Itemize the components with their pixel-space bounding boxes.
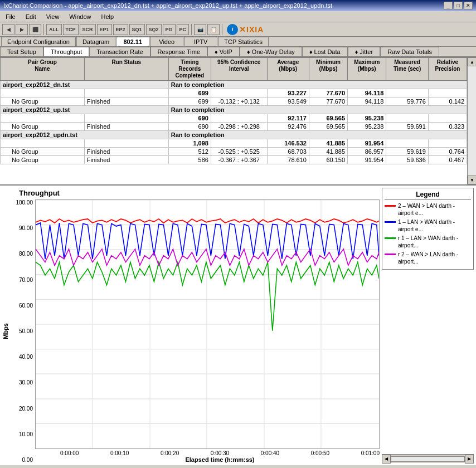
- table-row: No Group Finished 586 -0.367 : +0.367 78…: [1, 156, 467, 164]
- group-1-d-max: 94.118: [348, 98, 386, 106]
- tab-datagram[interactable]: Datagram: [76, 37, 115, 46]
- close-button[interactable]: ✕: [464, 2, 473, 9]
- filter-sq2[interactable]: SQ2: [146, 24, 162, 35]
- chart-line-magenta: [36, 249, 379, 265]
- sub-tab-throughput[interactable]: Throughput: [43, 47, 89, 56]
- tab-endpoint-config[interactable]: Endpoint Configuration: [1, 37, 76, 46]
- filter-ep2[interactable]: EP2: [113, 24, 128, 35]
- chart-scroll-left[interactable]: ◀: [382, 455, 391, 464]
- minimize-button[interactable]: _: [444, 2, 453, 9]
- filter-pg[interactable]: PG: [163, 24, 176, 35]
- tab-iptv[interactable]: IPTV: [184, 37, 217, 46]
- filter-scr[interactable]: SCR: [80, 24, 96, 35]
- sub-tab-response-time[interactable]: Response Time: [150, 47, 207, 56]
- menu-help[interactable]: Help: [99, 13, 116, 21]
- tab-row-1: Endpoint Configuration Datagram 802.11 V…: [0, 37, 476, 47]
- copy-button[interactable]: 📋: [207, 24, 220, 35]
- group-2-ci: [211, 114, 267, 123]
- table-row: No Group Finished 690 -0.298 : +0.298 92…: [1, 123, 467, 131]
- sub-tab-raw-data[interactable]: Raw Data Totals: [380, 47, 439, 56]
- y-tick-30: 30.00: [19, 379, 33, 386]
- file-name-2: airport_exp2012_up.tst: [1, 106, 169, 114]
- ixia-text: ✕IXIA: [239, 25, 264, 34]
- chart-scroll-track[interactable]: [391, 456, 465, 462]
- group-3-time: [386, 139, 428, 148]
- back-button[interactable]: ◀: [2, 24, 14, 35]
- sub-tab-voip[interactable]: ♦ VoIP: [207, 47, 240, 56]
- group-3b-records: 586: [168, 156, 211, 164]
- chart-body: Mbps 100.00 90.00 80.00 70.00 60.00 50.0…: [2, 199, 380, 463]
- group-3-min: 41.885: [309, 139, 347, 148]
- scroll-track[interactable]: [468, 66, 476, 176]
- maximize-button[interactable]: □: [454, 2, 463, 9]
- legend-item-3: r 1 – LAN > WAN darth - airport...: [385, 235, 471, 249]
- group-3a-ci: -0.525 : +0.525: [211, 148, 267, 156]
- filter-sq1[interactable]: SQ1: [129, 24, 145, 35]
- y-tick-10: 10.00: [19, 431, 33, 437]
- filter-ep1[interactable]: EP1: [97, 24, 112, 35]
- sub-tab-jitter[interactable]: ♦ Jitter: [348, 47, 381, 56]
- scroll-left-button[interactable]: ◀: [0, 185, 9, 186]
- chart-h-scrollbar[interactable]: ◀ ▶: [382, 454, 474, 463]
- chart-scroll-right[interactable]: ▶: [465, 455, 474, 464]
- y-tick-40: 40.00: [19, 354, 33, 360]
- chart-container: Throughput Mbps 100.00 90.00 80.00 70.00…: [2, 188, 380, 463]
- vertical-scrollbar[interactable]: ▲ ▼: [467, 57, 476, 184]
- sub-tab-transaction-rate[interactable]: Transaction Rate: [89, 47, 150, 56]
- filter-pc[interactable]: PC: [177, 24, 190, 35]
- group-3-summary-status: [84, 139, 168, 148]
- group-2-d-ci: -0.298 : +0.298: [211, 123, 267, 131]
- group-1-precision: [428, 89, 467, 98]
- x-tick-60: 0:01:00: [361, 450, 380, 456]
- group-3b-max: 91.954: [348, 156, 386, 164]
- header-min: Minimum (Mbps): [309, 58, 347, 81]
- sub-tab-one-way-delay[interactable]: ♦ One-Way Delay: [240, 47, 302, 56]
- y-tick-20: 20.00: [19, 406, 33, 412]
- scroll-right-button[interactable]: ▶: [467, 185, 476, 186]
- group-2-summary-status: [84, 114, 168, 123]
- menu-window[interactable]: Window: [67, 13, 93, 21]
- scroll-up-button[interactable]: ▲: [468, 57, 476, 66]
- group-2-summary-name: [1, 114, 85, 123]
- sub-tab-lost-data[interactable]: ♦ Lost Data: [302, 47, 348, 56]
- legend-label-1: 2 – WAN > LAN darth - airport e...: [398, 202, 471, 217]
- group-3-precision: [428, 139, 467, 148]
- y-axis: 100.00 90.00 80.00 70.00 60.00 50.00 40.…: [10, 199, 35, 463]
- data-table: Pair GroupName Run Status Timing Records…: [0, 57, 467, 164]
- group-2-min: 69.565: [309, 114, 347, 123]
- file-status-3: Ran to completion: [168, 131, 467, 139]
- group-3a-time: 59.619: [386, 148, 428, 156]
- file-name-3: airport_exp2012_updn.tst: [1, 131, 169, 139]
- legend-color-magenta: [385, 254, 396, 255]
- filter-all[interactable]: ALL: [46, 24, 62, 35]
- tab-802-11[interactable]: 802.11: [116, 37, 149, 46]
- menu-edit[interactable]: Edit: [23, 13, 38, 21]
- menu-view[interactable]: View: [44, 13, 62, 21]
- group-2-status: Finished: [84, 123, 168, 131]
- sub-tab-test-setup[interactable]: Test Setup: [0, 47, 43, 56]
- group-1-summary-status: [84, 89, 168, 98]
- scroll-down-button[interactable]: ▼: [468, 176, 476, 184]
- legend-color-green: [385, 237, 396, 239]
- group-3b-ci: -0.367 : +0.367: [211, 156, 267, 164]
- ixia-icon: i: [227, 24, 238, 35]
- window-controls[interactable]: _ □ ✕: [444, 2, 473, 9]
- group-1-d-min: 77.670: [309, 98, 347, 106]
- y-tick-100: 100.00: [16, 199, 33, 206]
- group-3b-status: Finished: [84, 156, 168, 164]
- camera-button[interactable]: 📷: [194, 24, 206, 35]
- filter-tcp[interactable]: TCP: [63, 24, 79, 35]
- group-3a-avg: 68.703: [267, 148, 309, 156]
- stop-button[interactable]: ⬛: [29, 24, 41, 35]
- forward-button[interactable]: ▶: [16, 24, 28, 35]
- separator-1: [43, 24, 44, 35]
- group-1-summary-name: [1, 89, 85, 98]
- group-2-records: 690: [168, 114, 211, 123]
- group-3-summary-name: [1, 139, 85, 148]
- tab-video[interactable]: Video: [150, 37, 183, 46]
- horizontal-scrollbar[interactable]: ◀ ▶: [0, 184, 476, 186]
- menu-file[interactable]: File: [3, 13, 18, 21]
- tab-tcp-stats[interactable]: TCP Statistics: [218, 37, 269, 46]
- group-1-avg: 93.227: [267, 89, 309, 98]
- y-tick-0: 0.00: [22, 457, 33, 463]
